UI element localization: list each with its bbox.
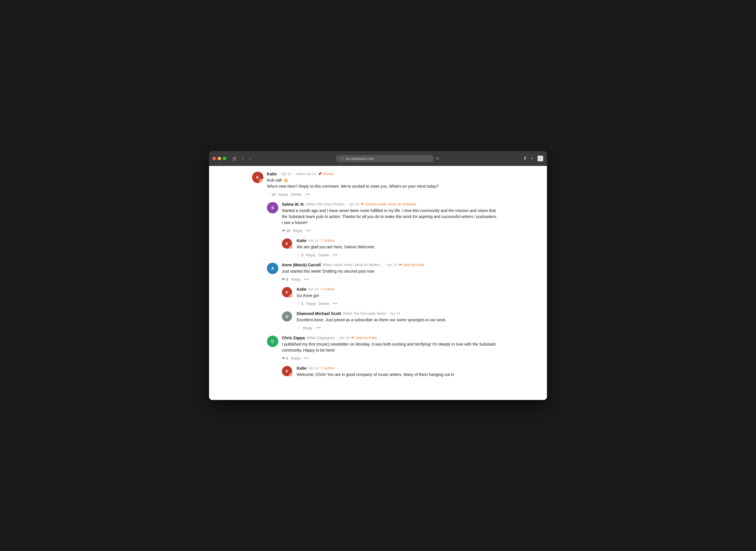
comment-actions: ❤ 9 Reply •••: [282, 277, 498, 282]
comment-text: Welcome, Chris! You are in good company …: [297, 372, 498, 378]
comment-date: Apr 14: [390, 312, 400, 316]
reply-button[interactable]: Reply: [303, 326, 312, 330]
comment-body: Salma W. N. Writes She Does Profess · Ap…: [282, 202, 498, 233]
more-options-button[interactable]: •••: [303, 356, 309, 361]
comment-date: Apr 14: [387, 263, 397, 267]
share-icon[interactable]: ⬆: [523, 155, 527, 162]
comment-body: Katie Apr 14 🛡 Author Go Anne go!: [297, 287, 498, 306]
liked-badge: ❤ Liked by Katie, Kelsa @ Substack: [361, 202, 416, 206]
delete-button[interactable]: Delete: [291, 192, 302, 196]
commenter-writes: Writes Author Anne Carroll for Writers..…: [322, 263, 383, 267]
forward-button[interactable]: ›: [247, 155, 252, 162]
avatar-placeholder: A: [267, 262, 278, 274]
comment-body: Diamond-Michael Scott Writes The Chocola…: [297, 311, 498, 331]
reply-button[interactable]: Reply: [306, 253, 315, 257]
author-tag: 🛡 Author: [320, 238, 334, 242]
comment-header: Anne (Meick) Carroll Writes Author Anne …: [282, 262, 498, 267]
back-button[interactable]: ‹: [240, 155, 245, 162]
maximize-button[interactable]: [223, 157, 226, 160]
liked-by-text: Liked by Katie: [355, 336, 376, 340]
more-options-button[interactable]: •••: [305, 228, 311, 233]
like-button[interactable]: ♡ 1: [297, 302, 303, 306]
like-button[interactable]: ♡ 2: [297, 253, 303, 257]
comment-body: Katie · Apr 14 · edited Apr 14 📌 Pinned …: [267, 172, 498, 197]
reply-section-chris: C Chris Zappa Writes Zappagram · Apr 14 …: [267, 336, 498, 380]
comment-header: Katie Apr 14 🛡 Author: [297, 287, 498, 292]
like-button[interactable]: ♡: [297, 326, 300, 330]
new-tab-icon[interactable]: +: [531, 156, 534, 162]
nested-reply-katie-anne: K 🛡 Katie Apr 14 🛡 Author: [282, 287, 498, 331]
reply-button[interactable]: Reply: [291, 277, 300, 282]
avatar: S: [267, 202, 278, 213]
comment-body: Katie Apr 14 🛡 Author Welcome, Chris! Yo…: [297, 366, 498, 380]
avatar: C: [267, 336, 278, 347]
comment-header: Katie · Apr 14 · edited Apr 14 📌 Pinned: [267, 172, 498, 176]
tabs-icon[interactable]: ⬜: [537, 155, 543, 162]
more-options-button[interactable]: •••: [304, 192, 310, 197]
heart-icon: ♡: [267, 192, 270, 196]
comment-thread: K 🛡 Katie · Apr 14 · edited Apr 14 📌 Pin…: [252, 172, 498, 380]
comment-header: Diamond-Michael Scott Writes The Chocola…: [297, 311, 498, 316]
more-options-button[interactable]: •••: [303, 277, 309, 282]
like-count: 13: [271, 192, 275, 196]
heart-icon: ♡: [297, 253, 300, 257]
sidebar-toggle-button[interactable]: ⊞: [231, 155, 238, 162]
author-tag: 🛡 Author: [320, 287, 334, 291]
reply-button[interactable]: Reply: [293, 228, 302, 233]
comment-edited: edited Apr 14: [295, 172, 316, 176]
comment-text: Just started this week! Drafting my seco…: [282, 268, 498, 274]
reply-section-anne: A Anne (Meick) Carroll Writes Author Ann…: [267, 262, 498, 331]
author-tag: 🛡 Author: [320, 366, 334, 370]
comment-text: We are glad you are here, Salma! Welcome: [297, 244, 498, 250]
commenter-name: Katie: [297, 366, 306, 371]
comment-date: Apr 14: [281, 172, 291, 176]
more-options-button[interactable]: •••: [332, 252, 338, 257]
like-button[interactable]: ❤ 9: [282, 277, 288, 282]
comment-body: Chris Zappa Writes Zappagram · Apr 14 ❤ …: [282, 336, 498, 361]
like-button[interactable]: ❤ 6: [282, 356, 288, 361]
comment: A Anne (Meick) Carroll Writes Author Ann…: [267, 262, 498, 282]
avatar-placeholder: D: [282, 311, 292, 322]
like-button[interactable]: ♡ 13: [267, 192, 275, 196]
more-options-button[interactable]: •••: [332, 301, 338, 306]
delete-button[interactable]: Delete: [318, 302, 329, 306]
avatar: A: [267, 262, 278, 274]
separator: ·: [387, 312, 388, 316]
avatar: K 🛡: [282, 238, 293, 250]
heart-filled-icon: ❤: [399, 263, 402, 267]
like-button[interactable]: ❤ 15: [282, 228, 290, 233]
comment-actions: ❤ 15 Reply •••: [282, 228, 498, 233]
nested-reply-katie-chris: K 🛡 Katie Apr 14 🛡 Author: [282, 366, 498, 380]
close-button[interactable]: [213, 157, 216, 160]
commenter-writes: Writes The Chocolate Taoist: [343, 312, 386, 316]
comment-actions: ♡ Reply •••: [297, 325, 498, 331]
commenter-name: Salma W. N.: [282, 202, 304, 206]
author-badge-icon: 🛡: [289, 295, 293, 299]
liked-by-text: Liked by Katie, Kelsa @ Substack: [365, 202, 416, 206]
more-options-button[interactable]: •••: [315, 325, 321, 331]
address-bar[interactable]: 🛡 on.substack.com: [336, 155, 434, 162]
avatar-placeholder: C: [267, 336, 278, 347]
comment-header: Katie Apr 14 🛡 Author: [297, 366, 498, 371]
minimize-button[interactable]: [218, 157, 221, 160]
commenter-name: Chris Zappa: [282, 336, 305, 340]
commenter-name: Katie: [297, 238, 306, 243]
reply-button[interactable]: Reply: [278, 192, 288, 196]
liked-badge: ❤ Liked by Katie: [399, 263, 424, 267]
separator: ·: [384, 263, 385, 267]
heart-filled-icon: ❤: [282, 356, 285, 361]
separator: ·: [336, 336, 337, 340]
reload-button[interactable]: ↻: [436, 156, 439, 161]
like-count: 9: [286, 277, 288, 282]
like-count: 2: [301, 253, 303, 257]
shield-icon: 🛡: [320, 287, 323, 291]
commenter-name: Katie: [267, 172, 277, 176]
reply-button[interactable]: Reply: [306, 302, 315, 306]
delete-button[interactable]: Delete: [318, 253, 329, 257]
comment-text: Excellent Anne. Just joined as a subscri…: [297, 317, 498, 323]
security-icon: 🛡: [341, 156, 344, 160]
comment-body: Anne (Meick) Carroll Writes Author Anne …: [282, 262, 498, 282]
shield-icon: 🛡: [320, 238, 323, 242]
comment-date: Apr 14: [339, 336, 349, 340]
reply-button[interactable]: Reply: [291, 356, 300, 361]
